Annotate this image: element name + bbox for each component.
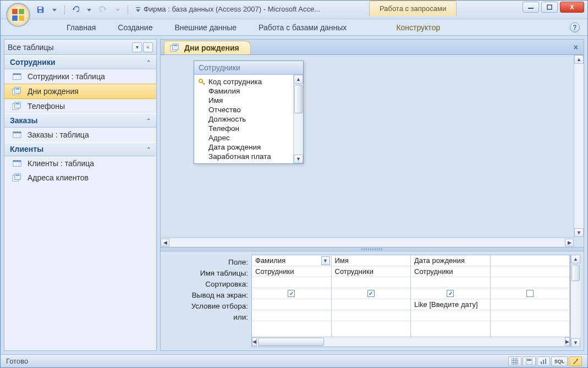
navpane-header[interactable]: Все таблицы ▾ « bbox=[4, 40, 156, 55]
field-row[interactable]: Адрес bbox=[194, 133, 293, 142]
document-tab[interactable]: Дни рождения bbox=[164, 41, 251, 54]
view-chart-icon[interactable] bbox=[537, 356, 550, 366]
grid-cell[interactable] bbox=[491, 277, 570, 288]
scroll-up-icon[interactable]: ▲ bbox=[574, 55, 584, 64]
field-row[interactable]: Имя bbox=[194, 96, 293, 105]
view-pivot-icon[interactable] bbox=[523, 356, 536, 366]
help-icon[interactable]: ? bbox=[570, 23, 580, 32]
field-row[interactable]: Код сотрудника bbox=[194, 77, 293, 86]
grid-hscrollbar[interactable]: ◀ ▶ bbox=[252, 337, 570, 347]
grid-cell[interactable] bbox=[491, 310, 570, 321]
navpane-menu-icon[interactable]: ▾ bbox=[132, 42, 142, 52]
tablebox-scrollbar[interactable]: ▲ ▼ bbox=[293, 75, 303, 163]
scroll-right-icon[interactable]: ▶ bbox=[565, 239, 574, 246]
nav-item[interactable]: Клиенты : таблица bbox=[4, 156, 156, 171]
navigation-pane: Все таблицы ▾ « Сотрудники⌃Сотрудники : … bbox=[4, 39, 157, 351]
scroll-down-icon[interactable]: ▼ bbox=[294, 155, 303, 163]
undo-dropdown-icon[interactable] bbox=[83, 4, 96, 16]
table-box[interactable]: Сотрудники Код сотрудникаФамилияИмяОтчес… bbox=[194, 61, 304, 164]
checkbox[interactable]: ✓ bbox=[367, 290, 375, 297]
undo-icon[interactable] bbox=[68, 4, 81, 16]
grid-cell[interactable] bbox=[252, 310, 331, 321]
scroll-down-icon[interactable]: ▼ bbox=[574, 228, 584, 237]
scroll-up-icon[interactable]: ▲ bbox=[571, 255, 580, 263]
scroll-left-icon[interactable]: ◀ bbox=[161, 239, 169, 246]
scroll-up-icon[interactable]: ▲ bbox=[294, 75, 303, 84]
grid-cell[interactable]: Сотрудники bbox=[332, 266, 411, 277]
nav-group-header[interactable]: Заказы⌃ bbox=[4, 113, 156, 128]
ribbon-tab-external[interactable]: Внешние данные bbox=[163, 20, 248, 35]
ribbon-tab-home[interactable]: Главная bbox=[56, 20, 107, 35]
grid-cell[interactable] bbox=[332, 277, 411, 288]
qat-customize-icon[interactable] bbox=[131, 4, 145, 16]
pane-vscrollbar[interactable]: ▲ ▼ bbox=[574, 55, 584, 237]
nav-item[interactable]: Дни рождения bbox=[4, 84, 156, 99]
view-sql-icon[interactable]: SQL bbox=[551, 356, 568, 366]
scroll-right-icon[interactable]: ▶ bbox=[565, 337, 570, 346]
grid-cell[interactable] bbox=[491, 288, 570, 299]
grid-cell[interactable] bbox=[252, 277, 331, 288]
office-button[interactable] bbox=[6, 3, 30, 27]
grid-cell[interactable] bbox=[252, 299, 331, 310]
nav-item[interactable]: Сотрудники : таблица bbox=[4, 69, 156, 84]
document-tab-label: Дни рождения bbox=[184, 43, 239, 52]
nav-group-header[interactable]: Клиенты⌃ bbox=[4, 142, 156, 156]
grid-cell[interactable]: Фамилия▼ bbox=[252, 255, 331, 266]
view-design-icon[interactable] bbox=[569, 356, 582, 366]
view-datasheet-icon[interactable] bbox=[508, 356, 521, 366]
grid-cell[interactable]: ✓ bbox=[411, 288, 490, 299]
checkbox[interactable]: ✓ bbox=[288, 290, 295, 297]
grid-columns[interactable]: Фамилия▼Сотрудники✓ИмяСотрудники✓Дата ро… bbox=[252, 255, 570, 337]
nav-item[interactable]: Телефоны bbox=[4, 99, 156, 113]
field-row[interactable]: Должность bbox=[194, 114, 293, 124]
grid-cell[interactable]: Имя bbox=[332, 255, 411, 266]
field-row[interactable]: Дата рождения bbox=[194, 142, 293, 152]
redo-dropdown-icon[interactable] bbox=[111, 4, 124, 16]
grid-vscrollbar[interactable]: ▲ ▼ bbox=[570, 255, 580, 347]
grid-cell[interactable] bbox=[332, 310, 411, 321]
checkbox[interactable]: ✓ bbox=[447, 290, 454, 297]
grid-cell[interactable]: ✓ bbox=[252, 288, 331, 299]
field-row[interactable]: Фамилия bbox=[194, 86, 293, 96]
qat-dropdown-icon[interactable] bbox=[48, 4, 61, 16]
tables-pane[interactable]: Сотрудники Код сотрудникаФамилияИмяОтчес… bbox=[161, 55, 584, 247]
maximize-button[interactable] bbox=[541, 2, 558, 13]
document-area: Дни рождения × Сотрудники Код сотрудника… bbox=[160, 39, 584, 351]
close-document-icon[interactable]: × bbox=[574, 43, 578, 52]
grid-cell[interactable]: Сотрудники bbox=[411, 266, 490, 277]
grid-cell[interactable] bbox=[332, 299, 411, 310]
scroll-thumb[interactable] bbox=[294, 85, 303, 113]
field-row[interactable]: Заработная плата bbox=[194, 152, 293, 161]
scroll-thumb[interactable] bbox=[258, 338, 324, 346]
grid-cell[interactable]: Like [Введите дату] bbox=[411, 299, 490, 310]
grid-cell[interactable]: ✓ bbox=[332, 288, 411, 299]
grid-cell[interactable]: Дата рождения bbox=[411, 255, 490, 266]
scroll-thumb[interactable] bbox=[571, 265, 580, 281]
field-row[interactable]: Телефон bbox=[194, 124, 293, 133]
redo-icon[interactable] bbox=[97, 4, 110, 16]
nav-item[interactable]: Заказы : таблица bbox=[4, 128, 156, 142]
field-row[interactable]: Отчество bbox=[194, 105, 293, 114]
checkbox[interactable] bbox=[526, 290, 534, 297]
navpane-collapse-icon[interactable]: « bbox=[143, 42, 153, 52]
grid-cell[interactable] bbox=[491, 255, 570, 266]
minimize-button[interactable] bbox=[523, 2, 539, 13]
scroll-left-icon[interactable]: ◀ bbox=[252, 337, 257, 346]
nav-group-header[interactable]: Сотрудники⌃ bbox=[4, 55, 156, 69]
field-list[interactable]: Код сотрудникаФамилияИмяОтчествоДолжност… bbox=[194, 75, 293, 163]
grid-cell[interactable] bbox=[491, 299, 570, 310]
scroll-down-icon[interactable]: ▼ bbox=[571, 338, 580, 347]
ribbon-tab-dbtools[interactable]: Работа с базами данных bbox=[248, 20, 358, 35]
grid-cell[interactable] bbox=[411, 310, 490, 321]
nav-item[interactable]: Адреса клиентов bbox=[4, 171, 156, 185]
ribbon-tab-design[interactable]: Конструктор bbox=[385, 20, 451, 35]
splitter[interactable] bbox=[161, 247, 584, 251]
close-button[interactable]: X bbox=[560, 2, 584, 13]
grid-cell[interactable] bbox=[411, 277, 490, 288]
grid-cell[interactable] bbox=[491, 266, 570, 277]
save-icon[interactable] bbox=[34, 4, 47, 16]
ribbon-tab-create[interactable]: Создание bbox=[107, 20, 163, 35]
dropdown-icon[interactable]: ▼ bbox=[321, 256, 330, 265]
grid-cell[interactable]: Сотрудники bbox=[252, 266, 331, 277]
query-grid-pane: Поле:Имя таблицы:Сортировка:Вывод на экр… bbox=[161, 251, 584, 350]
